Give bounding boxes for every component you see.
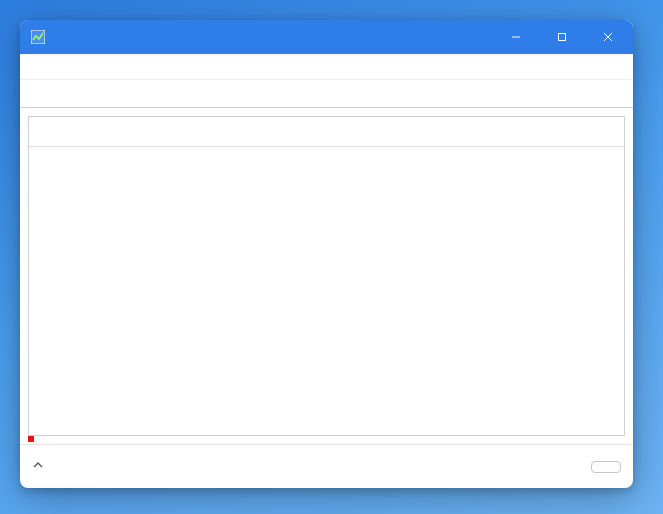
end-task-button[interactable] <box>591 461 621 473</box>
close-button[interactable] <box>585 20 631 54</box>
footer <box>20 444 633 488</box>
fewer-details-toggle[interactable] <box>32 459 50 474</box>
chevron-up-icon <box>32 459 44 474</box>
details-panel <box>20 108 633 444</box>
app-icon <box>30 29 46 45</box>
svg-rect-2 <box>559 34 566 41</box>
process-listview[interactable] <box>28 116 625 436</box>
menubar <box>20 54 633 80</box>
maximize-button[interactable] <box>539 20 585 54</box>
task-manager-window <box>20 20 633 488</box>
titlebar[interactable] <box>20 20 633 54</box>
highlight-annotation <box>28 436 34 442</box>
tabstrip <box>20 80 633 108</box>
minimize-button[interactable] <box>493 20 539 54</box>
column-headers <box>29 117 624 147</box>
